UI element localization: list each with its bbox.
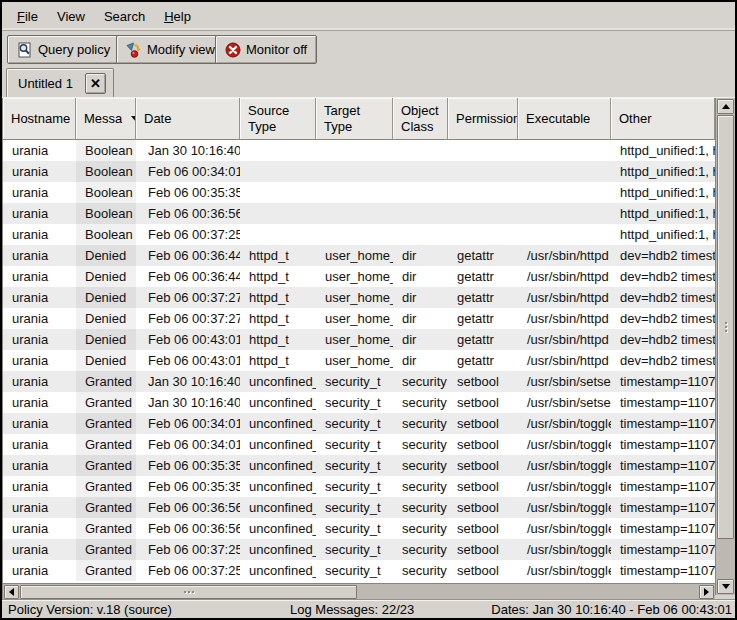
table-cell-other: timestamp=11071 bbox=[611, 371, 715, 392]
scroll-left-button[interactable] bbox=[4, 585, 19, 599]
table-row[interactable]: uraniaGrantedFeb 06 00:37:25unconfined_s… bbox=[3, 539, 715, 560]
table-cell-date: Feb 06 00:35:35 bbox=[136, 455, 240, 476]
table-cell-message: Denied bbox=[76, 350, 136, 371]
table-row[interactable]: uraniaDeniedFeb 06 00:37:27httpd_tuser_h… bbox=[3, 308, 715, 329]
table-row[interactable]: uraniaGrantedJan 30 10:16:40unconfined_s… bbox=[3, 392, 715, 413]
table-row[interactable]: uraniaGrantedJan 30 10:16:40unconfined_s… bbox=[3, 371, 715, 392]
query-policy-button[interactable]: Query policy bbox=[7, 35, 120, 64]
table-cell-target-type bbox=[316, 182, 393, 203]
table-cell-target-type: user_home_ bbox=[316, 329, 393, 350]
table-row[interactable]: uraniaGrantedFeb 06 00:35:35unconfined_s… bbox=[3, 476, 715, 497]
table-row[interactable]: uraniaDeniedFeb 06 00:37:27httpd_tuser_h… bbox=[3, 287, 715, 308]
column-header-date[interactable]: Date bbox=[136, 98, 240, 140]
menu-bar: File View Search Help bbox=[2, 2, 735, 31]
menu-help[interactable]: Help bbox=[157, 6, 198, 27]
column-header-object-class[interactable]: Object Class bbox=[393, 98, 448, 140]
tab-close-button[interactable]: ✕ bbox=[85, 73, 106, 94]
table-cell-object-class: security bbox=[393, 560, 448, 581]
monitor-off-button[interactable]: Monitor off bbox=[215, 35, 317, 64]
table-row[interactable]: uraniaGrantedFeb 06 00:34:01unconfined_s… bbox=[3, 413, 715, 434]
table-cell-permission: setbool bbox=[448, 518, 518, 539]
table-row[interactable]: uraniaDeniedFeb 06 00:43:01httpd_tuser_h… bbox=[3, 350, 715, 371]
table-row[interactable]: uraniaGrantedFeb 06 00:36:56unconfined_s… bbox=[3, 497, 715, 518]
table-cell-target-type: user_home_ bbox=[316, 350, 393, 371]
table-row[interactable]: uraniaDeniedFeb 06 00:36:44httpd_tuser_h… bbox=[3, 266, 715, 287]
table-cell-object-class: dir bbox=[393, 245, 448, 266]
log-table: HostnameMessaDateSource TypeTarget TypeO… bbox=[2, 97, 735, 600]
table-cell-message: Boolean bbox=[76, 224, 136, 245]
table-cell-message: Granted bbox=[76, 497, 136, 518]
column-header-other[interactable]: Other bbox=[611, 98, 715, 140]
table-cell-hostname: urania bbox=[3, 203, 76, 224]
table-cell-source-type: unconfined_ bbox=[240, 518, 316, 539]
table-cell-hostname: urania bbox=[3, 182, 76, 203]
table-cell-message: Granted bbox=[76, 392, 136, 413]
table-cell-target-type: security_t bbox=[316, 497, 393, 518]
table-cell-permission bbox=[448, 182, 518, 203]
query-policy-label: Query policy bbox=[38, 42, 110, 57]
table-cell-source-type: unconfined_ bbox=[240, 539, 316, 560]
column-header-executable[interactable]: Executable bbox=[518, 98, 611, 140]
vertical-scroll-thumb[interactable] bbox=[717, 115, 734, 539]
table-cell-permission: setbool bbox=[448, 497, 518, 518]
column-header-hostname[interactable]: Hostname bbox=[3, 98, 76, 140]
table-cell-permission bbox=[448, 140, 518, 161]
table-cell-other: httpd_unified:1, h bbox=[611, 161, 715, 182]
table-cell-date: Feb 06 00:37:27 bbox=[136, 308, 240, 329]
scroll-right-button[interactable] bbox=[699, 585, 714, 599]
menu-file[interactable]: File bbox=[10, 6, 45, 27]
scroll-up-button[interactable] bbox=[717, 99, 734, 114]
table-cell-object-class: security bbox=[393, 455, 448, 476]
column-header-message[interactable]: Messa bbox=[76, 98, 136, 140]
table-cell-executable: /usr/sbin/httpd bbox=[518, 266, 611, 287]
table-cell-date: Feb 06 00:37:27 bbox=[136, 287, 240, 308]
table-cell-source-type bbox=[240, 203, 316, 224]
horizontal-scroll-thumb[interactable] bbox=[20, 585, 357, 599]
column-header-permission[interactable]: Permission bbox=[448, 98, 518, 140]
table-cell-source-type: unconfined_ bbox=[240, 560, 316, 581]
table-cell-other: timestamp=11076 bbox=[611, 518, 715, 539]
table-cell-message: Granted bbox=[76, 413, 136, 434]
table-cell-target-type: security_t bbox=[316, 434, 393, 455]
table-cell-target-type bbox=[316, 224, 393, 245]
scroll-down-button[interactable] bbox=[717, 579, 734, 594]
table-row[interactable]: uraniaDeniedFeb 06 00:36:44httpd_tuser_h… bbox=[3, 245, 715, 266]
table-cell-hostname: urania bbox=[3, 392, 76, 413]
table-row[interactable]: uraniaGrantedFeb 06 00:35:35unconfined_s… bbox=[3, 455, 715, 476]
table-row[interactable]: uraniaBooleanFeb 06 00:37:25httpd_unifie… bbox=[3, 224, 715, 245]
menu-view[interactable]: View bbox=[50, 6, 92, 27]
table-cell-permission: getattr bbox=[448, 266, 518, 287]
table-row[interactable]: uraniaDeniedFeb 06 00:43:01httpd_tuser_h… bbox=[3, 329, 715, 350]
table-cell-hostname: urania bbox=[3, 245, 76, 266]
table-cell-target-type: user_home_ bbox=[316, 308, 393, 329]
modify-view-button[interactable]: Modify view bbox=[116, 35, 225, 64]
tab-untitled-1[interactable]: Untitled 1 ✕ bbox=[6, 68, 114, 97]
column-header-source-type[interactable]: Source Type bbox=[240, 98, 316, 140]
dates-status: Dates: Jan 30 10:16:40 - Feb 06 00:43:01 bbox=[491, 602, 732, 617]
table-cell-executable: /usr/sbin/httpd bbox=[518, 287, 611, 308]
table-cell-permission: setbool bbox=[448, 371, 518, 392]
vertical-scrollbar[interactable] bbox=[715, 98, 735, 595]
column-header-label: Messa bbox=[84, 111, 122, 127]
table-cell-permission: getattr bbox=[448, 287, 518, 308]
menu-search[interactable]: Search bbox=[97, 6, 152, 27]
table-main: HostnameMessaDateSource TypeTarget TypeO… bbox=[2, 98, 715, 583]
table-cell-executable: /usr/sbin/toggle bbox=[518, 497, 611, 518]
table-cell-executable: /usr/sbin/httpd bbox=[518, 350, 611, 371]
table-cell-target-type: user_home_ bbox=[316, 266, 393, 287]
column-header-target-type[interactable]: Target Type bbox=[316, 98, 393, 140]
table-cell-permission: setbool bbox=[448, 434, 518, 455]
table-cell-executable bbox=[518, 182, 611, 203]
table-cell-permission: getattr bbox=[448, 329, 518, 350]
table-cell-permission: setbool bbox=[448, 455, 518, 476]
table-row[interactable]: uraniaGrantedFeb 06 00:37:25unconfined_s… bbox=[3, 560, 715, 581]
table-row[interactable]: uraniaGrantedFeb 06 00:36:56unconfined_s… bbox=[3, 518, 715, 539]
table-row[interactable]: uraniaBooleanJan 30 10:16:40httpd_unifie… bbox=[3, 140, 715, 161]
table-cell-hostname: urania bbox=[3, 455, 76, 476]
table-cell-source-type: httpd_t bbox=[240, 266, 316, 287]
table-row[interactable]: uraniaGrantedFeb 06 00:34:01unconfined_s… bbox=[3, 434, 715, 455]
table-row[interactable]: uraniaBooleanFeb 06 00:34:01httpd_unifie… bbox=[3, 161, 715, 182]
table-row[interactable]: uraniaBooleanFeb 06 00:36:56httpd_unifie… bbox=[3, 203, 715, 224]
table-cell-message: Denied bbox=[76, 287, 136, 308]
table-row[interactable]: uraniaBooleanFeb 06 00:35:35httpd_unifie… bbox=[3, 182, 715, 203]
